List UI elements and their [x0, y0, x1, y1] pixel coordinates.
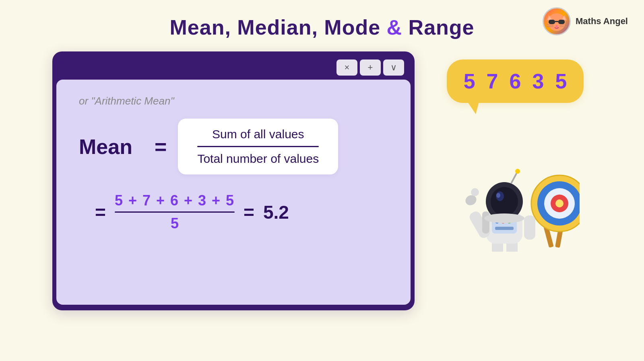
- number-bubble: 5 7 6 3 5: [447, 59, 584, 103]
- logo-label: Maths Angel: [576, 16, 628, 27]
- svg-point-38: [484, 213, 524, 223]
- svg-rect-33: [482, 211, 489, 234]
- right-panel: 5 7 6 3 5: [439, 51, 592, 252]
- svg-rect-6: [558, 20, 565, 24]
- chevron-button[interactable]: ∨: [383, 59, 404, 76]
- calculation-row: = 5 + 7 + 6 + 3 + 5 5 = 5.2: [79, 192, 388, 232]
- arithmetic-label: or "Arithmetic Mean": [79, 95, 388, 107]
- browser-body: or "Arithmetic Mean" Mean = Sum of all v…: [56, 80, 411, 305]
- title-part1: Mean, Median, Mode: [170, 16, 381, 39]
- svg-line-39: [511, 172, 517, 183]
- calc-result: 5.2: [263, 201, 289, 223]
- svg-point-8: [555, 25, 558, 27]
- bubble-num-1: 5: [464, 69, 475, 93]
- formula-fraction: Sum of all values Total number of values: [178, 119, 338, 174]
- calc-denominator: 5: [171, 213, 179, 232]
- bubble-num-2: 7: [487, 69, 498, 93]
- svg-point-35: [491, 187, 518, 216]
- close-button[interactable]: ×: [336, 59, 357, 76]
- svg-point-40: [515, 169, 520, 174]
- main-content: × + ∨ or "Arithmetic Mean" Mean = Sum of…: [0, 51, 644, 310]
- equals-sign-1: =: [155, 135, 167, 159]
- svg-rect-29: [495, 227, 514, 230]
- calc-fraction: 5 + 7 + 6 + 3 + 5 5: [115, 192, 235, 232]
- mean-label: Mean: [79, 135, 143, 159]
- bubble-num-4: 3: [532, 69, 544, 93]
- bubble-num-3: 6: [510, 69, 521, 93]
- astronaut-svg: [451, 139, 580, 252]
- svg-rect-5: [549, 20, 555, 24]
- formula-numerator: Sum of all values: [212, 127, 304, 146]
- logo-icon: [543, 7, 571, 35]
- svg-point-19: [555, 199, 564, 207]
- svg-rect-32: [524, 215, 535, 240]
- calc-equals-2: =: [244, 201, 254, 223]
- bubble-num-5: 5: [555, 69, 567, 93]
- svg-rect-7: [555, 21, 558, 22]
- svg-point-37: [496, 193, 500, 198]
- formula-denominator: Total number of values: [197, 147, 319, 166]
- svg-point-41: [471, 188, 479, 196]
- add-button[interactable]: +: [360, 59, 381, 76]
- calc-numerator: 5 + 7 + 6 + 3 + 5: [115, 192, 235, 211]
- calc-equals-1: =: [95, 201, 106, 223]
- browser-toolbar: × + ∨: [56, 55, 411, 80]
- browser-card: × + ∨ or "Arithmetic Mean" Mean = Sum of…: [52, 51, 415, 310]
- astronaut-illustration: [451, 139, 580, 252]
- mean-formula-row: Mean = Sum of all values Total number of…: [79, 119, 388, 174]
- title-part2: Range: [409, 16, 475, 39]
- logo: Maths Angel: [543, 7, 628, 35]
- title-ampersand: &: [387, 16, 409, 39]
